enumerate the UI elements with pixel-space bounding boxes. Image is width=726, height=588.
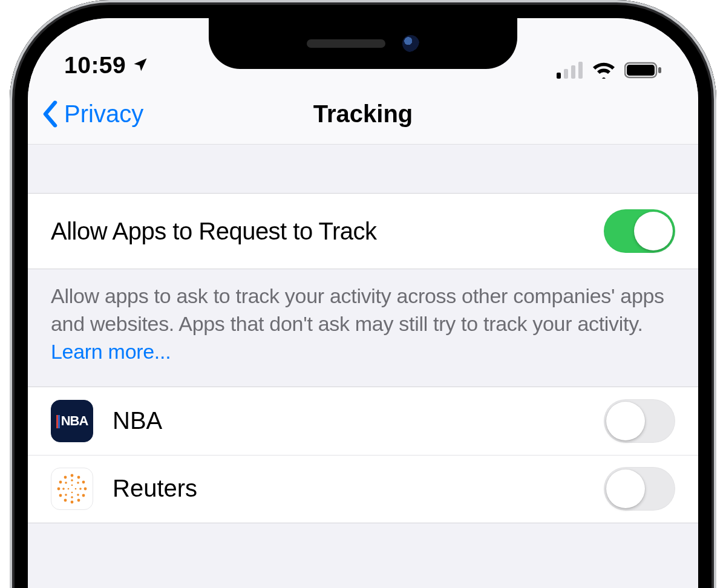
navigation-bar: Privacy Tracking bbox=[28, 83, 698, 145]
svg-point-25 bbox=[62, 488, 65, 490]
toggle-knob bbox=[606, 402, 645, 440]
svg-point-18 bbox=[64, 475, 67, 479]
svg-point-24 bbox=[65, 494, 67, 496]
section-footer: Allow apps to ask to track your activity… bbox=[28, 269, 698, 387]
svg-rect-0 bbox=[557, 73, 561, 79]
footer-text: Allow apps to ask to track your activity… bbox=[51, 284, 664, 335]
svg-point-11 bbox=[82, 494, 85, 497]
svg-point-28 bbox=[75, 488, 77, 489]
app-tracking-toggle-reuters[interactable] bbox=[604, 467, 675, 511]
app-row-reuters: Reuters bbox=[28, 455, 698, 523]
svg-point-30 bbox=[68, 488, 70, 489]
status-left: 10:59 bbox=[64, 52, 149, 79]
status-right bbox=[557, 62, 662, 79]
svg-point-19 bbox=[71, 479, 73, 482]
app-name-label: Reuters bbox=[113, 475, 604, 502]
svg-rect-6 bbox=[658, 67, 661, 73]
section-spacer bbox=[28, 145, 698, 193]
svg-point-22 bbox=[77, 494, 79, 496]
allow-tracking-toggle[interactable] bbox=[604, 209, 675, 253]
wifi-icon bbox=[592, 62, 616, 79]
back-label: Privacy bbox=[64, 100, 143, 128]
front-camera bbox=[402, 35, 419, 52]
location-arrow-icon bbox=[132, 56, 149, 73]
svg-point-15 bbox=[59, 494, 62, 497]
speaker-grille bbox=[307, 39, 385, 48]
screen: 10:59 bbox=[28, 18, 698, 588]
svg-point-21 bbox=[79, 488, 82, 490]
app-icon-nba: NBA bbox=[51, 400, 93, 442]
status-time: 10:59 bbox=[64, 52, 126, 79]
learn-more-link[interactable]: Learn more... bbox=[51, 340, 171, 363]
svg-point-29 bbox=[71, 491, 73, 493]
svg-point-20 bbox=[77, 482, 79, 484]
svg-rect-3 bbox=[578, 62, 583, 79]
toggle-knob bbox=[634, 212, 673, 250]
svg-point-9 bbox=[82, 480, 85, 483]
app-name-label: NBA bbox=[113, 407, 604, 434]
app-row-nba: NBA NBA bbox=[28, 387, 698, 455]
page-title: Tracking bbox=[313, 100, 413, 128]
chevron-left-icon bbox=[41, 100, 59, 127]
allow-tracking-label: Allow Apps to Request to Track bbox=[51, 218, 377, 245]
device-frame: 10:59 bbox=[10, 0, 716, 588]
svg-point-14 bbox=[64, 498, 67, 501]
svg-rect-1 bbox=[564, 69, 568, 79]
svg-point-16 bbox=[57, 487, 60, 490]
svg-point-7 bbox=[71, 474, 74, 477]
back-button[interactable]: Privacy bbox=[41, 100, 143, 128]
svg-point-17 bbox=[59, 480, 62, 483]
app-icon-reuters bbox=[51, 468, 93, 510]
svg-point-12 bbox=[77, 498, 80, 501]
svg-rect-5 bbox=[627, 65, 655, 76]
app-tracking-toggle-nba[interactable] bbox=[604, 399, 675, 443]
svg-point-23 bbox=[71, 496, 73, 498]
allow-tracking-row: Allow Apps to Request to Track bbox=[28, 193, 698, 269]
svg-rect-2 bbox=[571, 65, 575, 79]
battery-icon bbox=[624, 62, 662, 79]
cellular-signal-icon bbox=[557, 62, 583, 79]
svg-point-27 bbox=[71, 484, 73, 486]
svg-point-26 bbox=[65, 482, 67, 484]
svg-point-13 bbox=[71, 500, 74, 503]
svg-point-8 bbox=[77, 475, 80, 479]
svg-point-10 bbox=[84, 487, 87, 490]
app-tracking-list: NBA NBA bbox=[28, 387, 698, 523]
toggle-knob bbox=[606, 469, 645, 508]
notch bbox=[209, 18, 517, 69]
